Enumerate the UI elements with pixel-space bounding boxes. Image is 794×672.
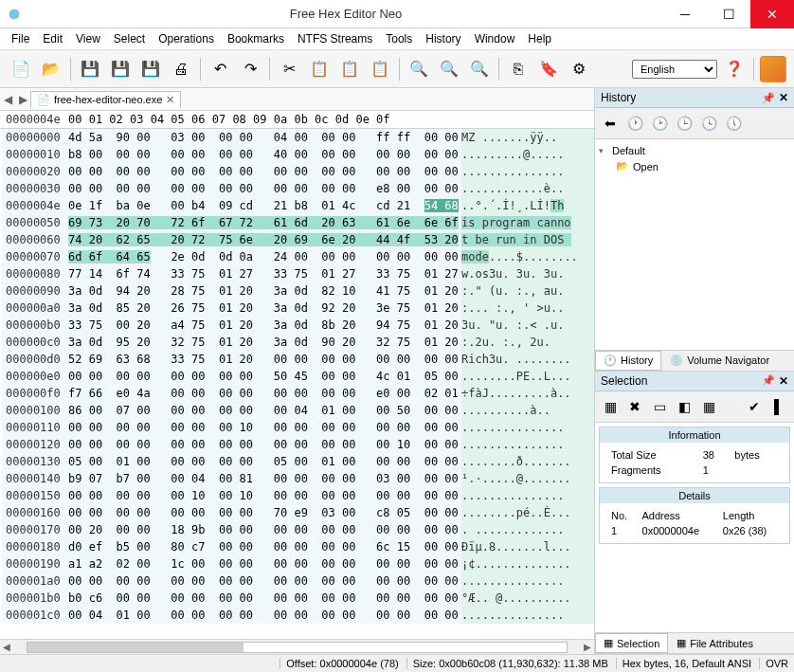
history-back-icon[interactable]: ⬅ [599,112,622,135]
menu-ntfs-streams[interactable]: NTFS Streams [298,32,372,45]
hex-row[interactable]: 0000008077 14 6f 74 33 75 01 27 33 75 01… [0,265,594,282]
bookmark-icon[interactable]: 🔖 [535,56,562,82]
header-bytes: 00 01 02 03 04 05 06 07 08 09 0a 0b 0c 0… [68,113,461,126]
pin-icon[interactable]: 📌 [762,374,775,387]
sel-grid2-icon[interactable]: ▦ [697,395,720,418]
history-tree[interactable]: ▾ Default 📂 Open [595,139,794,350]
hex-row[interactable]: 000000f0f7 66 e0 4a 00 00 00 00 00 00 00… [0,385,594,402]
hex-row[interactable]: 00000180d0 ef b5 00 80 c7 00 00 00 00 00… [0,538,594,555]
panel-close-icon[interactable]: ✕ [779,91,788,104]
new-file-icon[interactable]: 📄 [8,56,34,82]
menu-tools[interactable]: Tools [386,32,412,45]
hex-row[interactable]: 0000017000 20 00 00 18 9b 00 00 00 00 00… [0,521,594,538]
history-clock4-icon[interactable]: 🕓 [697,112,720,135]
help-icon[interactable]: ❓ [721,56,748,82]
hex-row[interactable]: 000000e000 00 00 00 00 00 00 00 50 45 00… [0,368,594,385]
expand-icon[interactable]: ▾ [599,146,608,155]
hex-row[interactable]: 00000140b9 07 b7 00 00 04 00 81 00 00 00… [0,470,594,487]
hex-row[interactable]: 0000002000 00 00 00 00 00 00 00 00 00 00… [0,163,594,180]
menu-edit[interactable]: Edit [43,32,63,45]
hex-row[interactable]: 000000d052 69 63 68 33 75 01 20 00 00 00… [0,351,594,368]
menu-view[interactable]: View [76,32,100,45]
open-file-icon[interactable]: 📂 [38,56,64,82]
menu-bookmarks[interactable]: Bookmarks [227,32,284,45]
menu-file[interactable]: File [11,32,29,45]
cut-icon[interactable]: ✂ [276,56,302,82]
hex-row[interactable]: 000000706d 6f 64 65 2e 0d 0d 0a 24 00 00… [0,248,594,265]
close-button[interactable]: ✕ [750,0,794,28]
panel-close-icon[interactable]: ✕ [779,374,788,388]
tab-next-icon[interactable]: ▶ [15,93,30,106]
hex-row[interactable]: 0000004e0e 1f ba 0e 00 b4 09 cd 21 b8 01… [0,197,594,214]
app-logo-icon[interactable] [760,56,786,82]
hex-row[interactable]: 0000003000 00 00 00 00 00 00 00 00 00 00… [0,180,594,197]
menu-operations[interactable]: Operations [158,32,214,45]
hex-row[interactable]: 0000015000 00 00 00 00 10 00 10 00 00 00… [0,487,594,504]
row-ascii: ............... [461,572,594,590]
hex-row[interactable]: 0000011000 00 00 00 00 00 00 10 00 00 00… [0,419,594,436]
tab-prev-icon[interactable]: ◀ [0,93,15,106]
hex-row[interactable]: 0000013005 00 01 00 00 00 00 00 05 00 01… [0,453,594,470]
tab-selection[interactable]: ▦Selection [595,633,668,653]
minimize-button[interactable]: ─ [663,0,707,28]
tab-file-attributes[interactable]: ▦File Attributes [668,633,762,653]
clipboard-icon[interactable]: 📋 [367,56,393,82]
hex-row[interactable]: 000000903a 0d 94 20 28 75 01 20 3a 0d 82… [0,282,594,300]
hex-row[interactable]: 000001b0b0 c6 00 00 00 00 00 00 00 00 00… [0,590,594,607]
hex-row[interactable]: 0000005069 73 20 70 72 6f 67 72 61 6d 20… [0,214,594,231]
copy-icon[interactable]: 📋 [306,56,333,82]
pin-icon[interactable]: 📌 [762,92,775,104]
maximize-button[interactable]: ☐ [707,0,750,28]
hex-row[interactable]: 0000012000 00 00 00 00 00 00 00 00 00 00… [0,436,594,453]
history-clock5-icon[interactable]: 🕔 [722,112,745,135]
menu-select[interactable]: Select [114,32,145,45]
menu-window[interactable]: Window [475,32,515,45]
hex-row[interactable]: 00000010b8 00 00 00 00 00 00 00 40 00 00… [0,146,594,163]
hex-body[interactable]: 000000004d 5a 90 00 03 00 00 00 04 00 00… [0,129,594,639]
tree-node-default[interactable]: ▾ Default [599,143,790,158]
history-clock2-icon[interactable]: 🕑 [648,112,671,135]
horizontal-scrollbar[interactable]: ◀▶ [0,639,594,654]
sel-bar-icon[interactable]: ▌ [767,395,790,418]
find-icon[interactable]: 🔍 [406,56,432,82]
hex-row[interactable]: 00000190a1 a2 02 00 1c 00 00 00 00 00 00… [0,555,594,572]
print-icon[interactable]: 🖨 [168,56,194,82]
replace-icon[interactable]: 🔍 [466,56,493,82]
hex-row[interactable]: 000000b033 75 00 20 a4 75 01 20 3a 0d 8b… [0,317,594,334]
paste-icon[interactable]: 📋 [336,56,363,82]
row-addr: 00000180 [2,538,68,555]
language-select[interactable]: English [632,60,717,79]
hex-row[interactable]: 000000a03a 0d 85 20 26 75 01 20 3a 0d 92… [0,300,594,317]
file-tab[interactable]: 📄 free-hex-editor-neo.exe ✕ [30,91,181,108]
tab-close-icon[interactable]: ✕ [166,94,174,106]
hex-row[interactable]: 000001c000 04 01 00 00 00 00 00 00 00 00… [0,607,594,624]
sel-grid-icon[interactable]: ▦ [599,395,622,418]
history-clock1-icon[interactable]: 🕐 [623,112,646,135]
sel-mark-icon[interactable]: ◧ [673,395,695,418]
hex-row[interactable]: 000000c03a 0d 95 20 32 75 01 20 3a 0d 90… [0,334,594,351]
tab-history[interactable]: 🕐History [595,351,661,371]
hex-row[interactable]: 0000016000 00 00 00 00 00 00 00 70 e9 03… [0,504,594,521]
menu-help[interactable]: Help [528,32,551,45]
sel-delete-icon[interactable]: ✖ [623,395,646,418]
settings-icon[interactable]: ⚙ [566,56,592,82]
goto-icon[interactable]: ⎘ [505,56,532,82]
hex-row[interactable]: 000000004d 5a 90 00 03 00 00 00 04 00 00… [0,129,594,146]
row-addr: 00000110 [2,419,68,436]
redo-icon[interactable]: ↷ [237,56,263,82]
find-next-icon[interactable]: 🔍 [436,56,462,82]
undo-icon[interactable]: ↶ [207,56,233,82]
menu-history[interactable]: History [425,32,460,45]
save-all-icon[interactable]: 💾 [137,56,164,82]
tab-volume-navigator[interactable]: 💿Volume Navigator [661,351,778,371]
hex-row[interactable]: 0000006074 20 62 65 20 72 75 6e 20 69 6e… [0,231,594,248]
sel-range-icon[interactable]: ▭ [648,395,671,418]
main-toolbar: 📄 📂 💾 💾 💾 🖨 ↶ ↷ ✂ 📋 📋 📋 🔍 🔍 🔍 ⎘ 🔖 ⚙ Engl… [0,50,794,88]
hex-row[interactable]: 0000010086 00 07 00 00 00 00 00 00 04 01… [0,402,594,419]
hex-row[interactable]: 000001a000 00 00 00 00 00 00 00 00 00 00… [0,572,594,590]
save-as-icon[interactable]: 💾 [107,56,134,82]
history-clock3-icon[interactable]: 🕒 [673,112,695,135]
save-icon[interactable]: 💾 [77,56,103,82]
tree-node-open[interactable]: 📂 Open [599,158,790,174]
sel-check-icon[interactable]: ✔ [743,395,766,418]
